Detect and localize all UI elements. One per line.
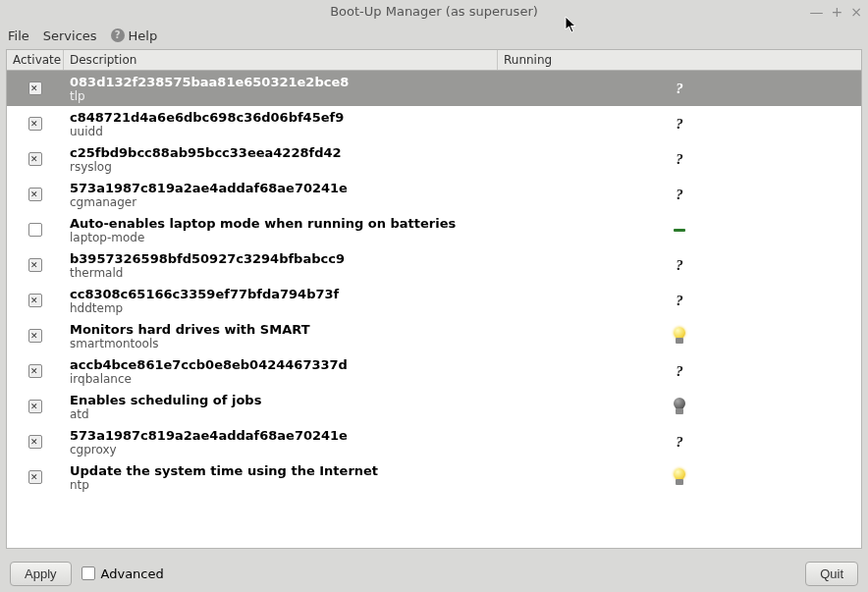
status-unknown-icon: ?: [676, 151, 683, 168]
row-subtitle: thermald: [70, 266, 492, 280]
activate-cell: [7, 470, 64, 484]
activate-checkbox[interactable]: [28, 81, 42, 95]
status-unknown-icon: ?: [676, 81, 683, 97]
row-title: b3957326598bfd50927c3294bfbabcc9: [70, 251, 492, 266]
activate-cell: [7, 258, 64, 272]
service-table: Activate Description Running 083d132f238…: [6, 49, 862, 549]
description-cell: Update the system time using the Interne…: [64, 463, 498, 492]
running-cell: ?: [498, 434, 861, 451]
row-title: 573a1987c819a2ae4addaf68ae70241e: [70, 428, 492, 443]
window: Boot-Up Manager (as superuser) — + × Fil…: [0, 0, 868, 592]
running-cell: ?: [498, 293, 861, 309]
activate-cell: [7, 188, 64, 201]
activate-cell: [7, 152, 64, 166]
activate-cell: [7, 294, 64, 307]
description-cell: Monitors hard drives with SMARTsmartmont…: [64, 322, 498, 350]
description-cell: Auto-enables laptop mode when running on…: [64, 216, 498, 244]
row-title: 083d132f238575baa81e650321e2bce8: [70, 75, 492, 89]
apply-button[interactable]: Apply: [10, 562, 72, 586]
row-title: 573a1987c819a2ae4addaf68ae70241e: [70, 181, 492, 195]
activate-checkbox[interactable]: [28, 470, 42, 484]
activate-checkbox[interactable]: [28, 223, 42, 237]
table-row[interactable]: Monitors hard drives with SMARTsmartmont…: [7, 318, 861, 353]
activate-checkbox[interactable]: [28, 152, 42, 166]
table-row[interactable]: accb4bce861e7ccb0e8eb0424467337dirqbalan…: [7, 353, 861, 389]
row-title: accb4bce861e7ccb0e8eb0424467337d: [70, 357, 492, 372]
lightbulb-on-icon: [673, 327, 686, 345]
table-row[interactable]: c848721d4a6e6dbc698c36d06bf45ef9uuidd?: [7, 106, 861, 141]
activate-cell: [7, 117, 64, 131]
status-unknown-icon: ?: [676, 116, 683, 133]
row-subtitle: rsyslog: [70, 160, 492, 174]
col-description[interactable]: Description: [64, 50, 498, 70]
row-title: cc8308c65166c3359ef77bfda794b73f: [70, 287, 492, 301]
running-cell: ?: [498, 116, 861, 133]
row-subtitle: cgproxy: [70, 443, 492, 457]
activate-checkbox[interactable]: [28, 329, 42, 343]
status-unknown-icon: ?: [676, 434, 683, 451]
window-title: Boot-Up Manager (as superuser): [330, 4, 538, 19]
activate-checkbox[interactable]: [28, 294, 42, 307]
row-subtitle: uuidd: [70, 125, 492, 138]
menu-help-label: Help: [129, 28, 158, 43]
col-running[interactable]: Running: [498, 50, 861, 70]
table-body[interactable]: 083d132f238575baa81e650321e2bce8tlp?c848…: [7, 71, 861, 548]
table-row[interactable]: 083d132f238575baa81e650321e2bce8tlp?: [7, 71, 861, 106]
running-cell: [498, 468, 861, 486]
row-subtitle: irqbalance: [70, 372, 492, 386]
description-cell: cc8308c65166c3359ef77bfda794b73fhddtemp: [64, 287, 498, 315]
lightbulb-off-icon: [673, 398, 686, 415]
description-cell: 573a1987c819a2ae4addaf68ae70241ecgmanage…: [64, 181, 498, 209]
table-header: Activate Description Running: [7, 50, 861, 71]
row-title: c25fbd9bcc88ab95bcc33eea4228fd42: [70, 145, 492, 160]
advanced-label: Advanced: [101, 566, 164, 581]
activate-cell: [7, 435, 64, 449]
minimize-button[interactable]: —: [810, 0, 824, 24]
bottom-bar: Apply Advanced Quit: [0, 555, 868, 592]
description-cell: Enables scheduling of jobsatd: [64, 393, 498, 421]
status-unknown-icon: ?: [676, 187, 683, 203]
menu-services[interactable]: Services: [43, 28, 97, 43]
table-row[interactable]: b3957326598bfd50927c3294bfbabcc9thermald…: [7, 247, 861, 283]
row-subtitle: tlp: [70, 89, 492, 103]
table-row[interactable]: c25fbd9bcc88ab95bcc33eea4228fd42rsyslog?: [7, 141, 861, 177]
maximize-button[interactable]: +: [832, 0, 843, 24]
table-row[interactable]: Enables scheduling of jobsatd: [7, 389, 861, 424]
col-activate[interactable]: Activate: [7, 50, 64, 70]
description-cell: c848721d4a6e6dbc698c36d06bf45ef9uuidd: [64, 110, 498, 138]
activate-checkbox[interactable]: [28, 435, 42, 449]
table-row[interactable]: 573a1987c819a2ae4addaf68ae70241ecgproxy?: [7, 424, 861, 459]
menu-help[interactable]: ? Help: [111, 28, 158, 43]
table-row[interactable]: Auto-enables laptop mode when running on…: [7, 212, 861, 247]
activate-cell: [7, 329, 64, 343]
activate-checkbox[interactable]: [28, 364, 42, 378]
running-cell: [498, 398, 861, 415]
activate-checkbox[interactable]: [28, 117, 42, 131]
help-icon: ?: [111, 28, 125, 42]
close-button[interactable]: ×: [850, 0, 862, 24]
running-cell: ?: [498, 151, 861, 168]
table-row[interactable]: Update the system time using the Interne…: [7, 459, 861, 495]
row-title: c848721d4a6e6dbc698c36d06bf45ef9: [70, 110, 492, 125]
activate-checkbox[interactable]: [28, 258, 42, 272]
activate-cell: [7, 223, 64, 237]
status-unknown-icon: ?: [676, 293, 683, 309]
activate-cell: [7, 364, 64, 378]
activate-checkbox[interactable]: [28, 188, 42, 201]
checkbox-icon: [81, 566, 95, 580]
row-subtitle: laptop-mode: [70, 231, 492, 244]
table-row[interactable]: 573a1987c819a2ae4addaf68ae70241ecgmanage…: [7, 177, 861, 212]
running-cell: ?: [498, 187, 861, 203]
advanced-checkbox[interactable]: Advanced: [81, 566, 164, 581]
cursor-icon: [565, 16, 578, 35]
row-subtitle: smartmontools: [70, 337, 492, 350]
description-cell: accb4bce861e7ccb0e8eb0424467337dirqbalan…: [64, 357, 498, 386]
quit-button[interactable]: Quit: [805, 562, 858, 586]
window-controls: — + ×: [810, 0, 862, 24]
row-subtitle: hddtemp: [70, 301, 492, 315]
table-row[interactable]: cc8308c65166c3359ef77bfda794b73fhddtemp?: [7, 283, 861, 318]
activate-checkbox[interactable]: [28, 400, 42, 413]
menu-file[interactable]: File: [8, 28, 29, 43]
status-dash-icon: [674, 229, 685, 232]
running-cell: ?: [498, 257, 861, 274]
